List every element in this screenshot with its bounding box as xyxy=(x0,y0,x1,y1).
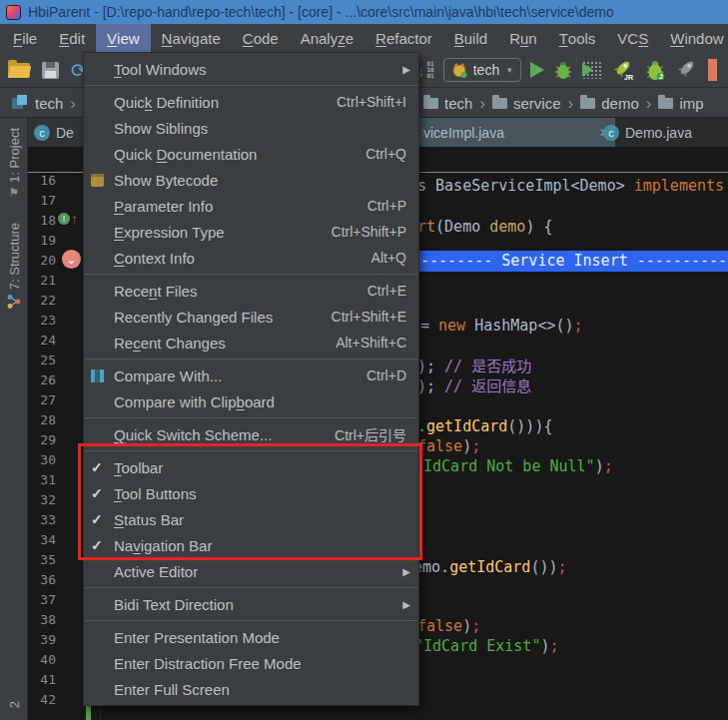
menu-item-label: Compare with Clipboard xyxy=(114,393,275,410)
menu-item-compare-with[interactable]: Compare With...Ctrl+D xyxy=(84,362,418,388)
stripe-button-project[interactable]: 1: Project ⚑ xyxy=(0,128,28,199)
menubar-item-view[interactable]: View xyxy=(96,24,151,52)
menu-item-recently-changed-files[interactable]: Recently Changed FilesCtrl+Shift+E xyxy=(84,304,418,330)
menu-separator xyxy=(85,417,417,418)
up-arrow-icon: ↑ xyxy=(71,212,78,226)
menu-item-gutter xyxy=(91,388,113,414)
open-file-icon[interactable] xyxy=(8,63,30,78)
menu-item-gutter xyxy=(91,591,113,617)
stop-button-partial[interactable] xyxy=(708,59,717,81)
breadcrumb-item-tech[interactable]: tech xyxy=(423,95,472,112)
tab-demo-service-impl[interactable]: viceImpl.java ✕ xyxy=(417,118,615,147)
mnemonic-letter: T xyxy=(114,61,122,78)
menu-item-shortcut: Alt+Shift+C xyxy=(336,335,406,351)
code-token: ) xyxy=(595,457,604,475)
menu-item-shortcut: Alt+Q xyxy=(371,250,406,266)
menu-item-shortcut: Ctrl+E xyxy=(367,283,406,299)
menu-item-active-editor[interactable]: Active Editor▶ xyxy=(84,558,418,584)
code-fragment: rt(Demo demo) { xyxy=(417,217,552,237)
mnemonic-letter: E xyxy=(114,224,124,241)
menubar-item-vcs[interactable]: VCS xyxy=(606,24,659,52)
show-bytecode-toolbar-icon[interactable]: ↓ 01 10 01 xyxy=(417,61,434,79)
menu-item-context-info[interactable]: Context InfoAlt+Q xyxy=(84,245,418,271)
bytecode-icon xyxy=(91,174,104,187)
code-token: ; xyxy=(574,317,583,335)
mnemonic-letter: D xyxy=(157,146,168,163)
menu-item-shortcut: Ctrl+Shift+I xyxy=(337,94,406,110)
menu-item-bidi-text-direction[interactable]: Bidi Text Direction▶ xyxy=(84,591,418,617)
menubar-item-file[interactable]: File xyxy=(2,24,48,52)
line-number: 27 xyxy=(28,390,56,410)
menu-item-enter-presentation-mode[interactable]: Enter Presentation Mode xyxy=(84,624,418,650)
code-token: // 返回信息 xyxy=(444,377,531,395)
menu-item-quick-definition[interactable]: Quick DefinitionCtrl+Shift+I xyxy=(84,89,418,115)
menu-separator xyxy=(85,587,417,588)
overridden-method-gutter-icon[interactable]: ⌄ xyxy=(62,250,81,269)
menu-item-label: Parameter Info xyxy=(114,198,213,215)
mnemonic-letter: b xyxy=(237,393,245,410)
jrebel-run-button[interactable]: JR xyxy=(611,58,635,82)
mnemonic-letter: P xyxy=(114,198,124,215)
tab-clipped-left[interactable]: c De xyxy=(28,118,83,147)
code-fragment: ); // 是否成功 xyxy=(417,357,531,376)
menu-item-label: Show Bytecode xyxy=(114,172,218,189)
stripe-button-structure[interactable]: 7: Structure xyxy=(0,223,28,310)
menu-item-tool-windows[interactable]: Tool Windows▶ xyxy=(84,56,418,82)
menu-item-gutter xyxy=(91,245,113,271)
run-button[interactable] xyxy=(530,62,544,78)
run-configuration-select[interactable]: tech ▼ xyxy=(443,58,521,82)
menu-item-recent-changes[interactable]: Recent ChangesAlt+Shift+C xyxy=(84,330,418,356)
mnemonic-letter: R xyxy=(375,30,386,47)
menubar-item-run[interactable]: Run xyxy=(498,24,548,52)
jrebel-debug-button[interactable]: J xyxy=(644,59,666,81)
breadcrumb-label: demo xyxy=(601,95,639,112)
implementing-method-gutter-icon[interactable]: I ↑ xyxy=(58,212,78,226)
menu-item-show-siblings[interactable]: Show Siblings xyxy=(84,115,418,141)
code-token: rt xyxy=(417,218,435,236)
menu-item-quick-documentation[interactable]: Quick DocumentationCtrl+Q xyxy=(84,141,418,167)
breadcrumb-item-service[interactable]: service xyxy=(492,95,561,112)
code-token: getIdCard xyxy=(449,558,530,576)
menubar-item-code[interactable]: Code xyxy=(232,24,290,52)
breadcrumb-item-root[interactable]: tech xyxy=(35,95,63,112)
stripe-button-favorites-partial[interactable]: 2 xyxy=(0,701,28,708)
menubar-item-build[interactable]: Build xyxy=(443,24,498,52)
favorites-stripe-label: 2 xyxy=(7,701,22,708)
project-stripe-label: 1: Project xyxy=(7,128,22,183)
menu-item-label: Recently Changed Files xyxy=(114,309,273,326)
code-token: getIdCard xyxy=(426,417,507,435)
menu-item-enter-distraction-free-mode[interactable]: Enter Distraction Free Mode xyxy=(84,650,418,676)
menu-item-label: Compare With... xyxy=(114,367,222,384)
menubar-item-navigate[interactable]: Navigate xyxy=(151,24,232,52)
breadcrumb-item-imp[interactable]: imp xyxy=(658,95,703,112)
menubar-item-refactor[interactable]: Refactor xyxy=(364,24,443,52)
structure-stripe-label: 7: Structure xyxy=(7,223,22,290)
menubar-item-window[interactable]: Window xyxy=(659,24,728,52)
tab-demo-java[interactable]: c Demo.java xyxy=(597,118,727,147)
menu-item-expression-type[interactable]: Expression TypeCtrl+Shift+P xyxy=(84,219,418,245)
breadcrumb-item-demo[interactable]: demo xyxy=(580,95,639,112)
line-number: 21 xyxy=(28,271,56,291)
tool-window-stripe: 1: Project ⚑ 7: Structure 2 xyxy=(0,118,28,720)
save-all-icon[interactable] xyxy=(42,62,59,79)
menu-item-label: Bidi Text Direction xyxy=(114,596,234,613)
menu-item-shortcut: Ctrl+P xyxy=(367,198,406,214)
run-with-coverage-button[interactable] xyxy=(582,61,602,79)
menu-item-parameter-info[interactable]: Parameter InfoCtrl+P xyxy=(84,193,418,219)
menubar-item-analyze[interactable]: Analyze xyxy=(290,24,364,52)
menubar-item-edit[interactable]: Edit xyxy=(48,24,96,52)
code-token: false xyxy=(417,437,462,455)
menu-item-compare-with-clipboard[interactable]: Compare with Clipboard xyxy=(84,388,418,414)
menubar-item-tools[interactable]: Tools xyxy=(548,24,607,52)
toolbar-right-group: ↓ 01 10 01 tech ▼ xyxy=(417,52,717,88)
menu-item-show-bytecode[interactable]: Show Bytecode xyxy=(84,167,418,193)
class-icon: c xyxy=(603,125,619,141)
toolbar-left-group: ⟳ xyxy=(8,52,87,88)
menu-item-enter-full-screen[interactable]: Enter Full Screen xyxy=(84,676,418,702)
menu-item-gutter xyxy=(91,219,113,245)
line-number: 23 xyxy=(28,311,56,331)
menu-item-shortcut: Ctrl+Shift+P xyxy=(332,224,406,240)
code-token: ; xyxy=(471,437,480,455)
menu-item-recent-files[interactable]: Recent FilesCtrl+E xyxy=(84,278,418,304)
debug-button[interactable] xyxy=(553,60,573,80)
